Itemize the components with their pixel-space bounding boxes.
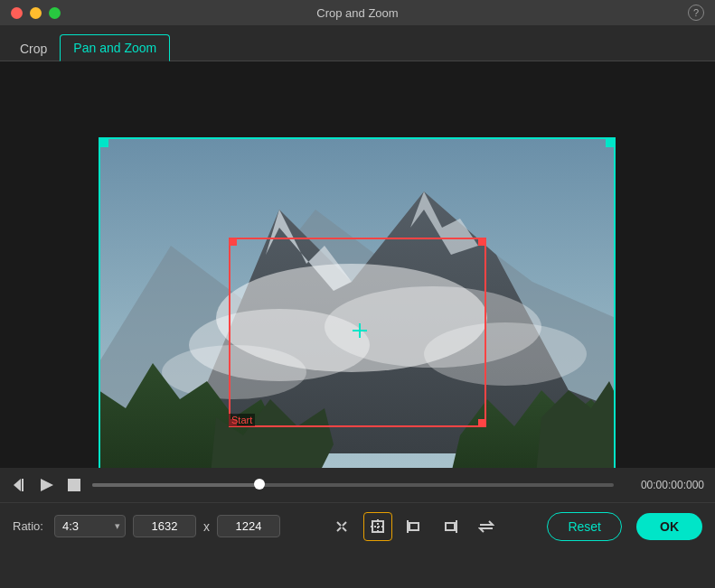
svg-point-8 (162, 345, 306, 399)
titlebar: Crop and Zoom ? (0, 0, 715, 25)
step-back-button[interactable] (11, 476, 29, 494)
time-display: 00:00:00:000 (623, 479, 704, 491)
reset-button[interactable]: Reset (547, 512, 622, 541)
svg-line-22 (343, 527, 346, 531)
video-area: Start End (0, 61, 715, 468)
playback-bar: 00:00:00:000 (0, 468, 715, 502)
tab-crop[interactable]: Crop (7, 36, 60, 61)
timeline-progress (92, 483, 259, 487)
svg-line-20 (343, 522, 346, 526)
svg-rect-29 (446, 523, 455, 530)
start-label: Start (229, 414, 255, 426)
fit-icon-button[interactable] (327, 512, 356, 541)
video-frame (99, 137, 616, 468)
svg-rect-18 (68, 479, 80, 491)
ok-button[interactable]: OK (636, 513, 702, 540)
help-button[interactable]: ? (688, 5, 704, 21)
ratio-select[interactable]: 4:3 16:9 1:1 9:16 Custom (54, 515, 126, 537)
ratio-label: Ratio: (13, 519, 43, 533)
dim-separator: x (203, 519, 210, 534)
svg-marker-15 (14, 479, 21, 491)
controls-bar: Ratio: 4:3 16:9 1:1 9:16 Custom x (0, 502, 715, 549)
timeline-track[interactable] (92, 483, 614, 487)
svg-rect-27 (409, 523, 419, 530)
play-button[interactable] (38, 476, 56, 494)
maximize-button[interactable] (49, 7, 61, 19)
height-input[interactable] (217, 515, 280, 537)
timeline-thumb[interactable] (254, 479, 265, 490)
tabs-bar: Crop Pan and Zoom (0, 25, 715, 61)
svg-point-9 (424, 322, 587, 386)
svg-rect-16 (22, 479, 24, 491)
window-title: Crop and Zoom (316, 6, 398, 20)
window-controls (11, 7, 61, 19)
minimize-button[interactable] (30, 7, 42, 19)
svg-marker-17 (41, 479, 53, 491)
crosshair (353, 323, 367, 338)
close-button[interactable] (11, 7, 23, 19)
align-right-icon-button[interactable] (436, 512, 465, 541)
stop-button[interactable] (65, 476, 83, 494)
tab-pan-zoom[interactable]: Pan and Zoom (60, 34, 170, 61)
svg-line-21 (337, 527, 341, 531)
swap-icon-button[interactable] (472, 512, 501, 541)
ratio-wrapper: 4:3 16:9 1:1 9:16 Custom (54, 515, 126, 537)
align-left-icon-button[interactable] (400, 512, 428, 541)
svg-line-19 (337, 522, 341, 526)
crop-icon-button[interactable] (363, 512, 392, 541)
width-input[interactable] (133, 515, 196, 537)
